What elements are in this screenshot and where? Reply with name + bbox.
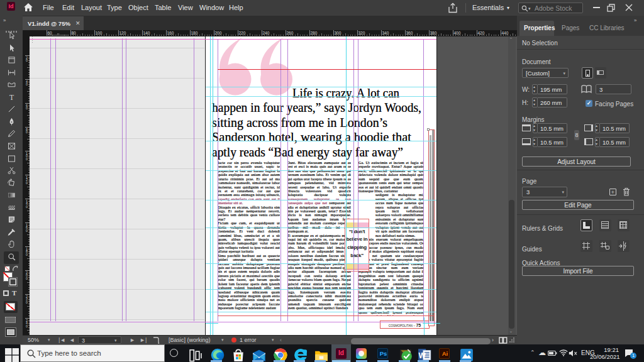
svg-text:T: T xyxy=(9,93,13,101)
svg-text:W: W xyxy=(418,351,426,360)
